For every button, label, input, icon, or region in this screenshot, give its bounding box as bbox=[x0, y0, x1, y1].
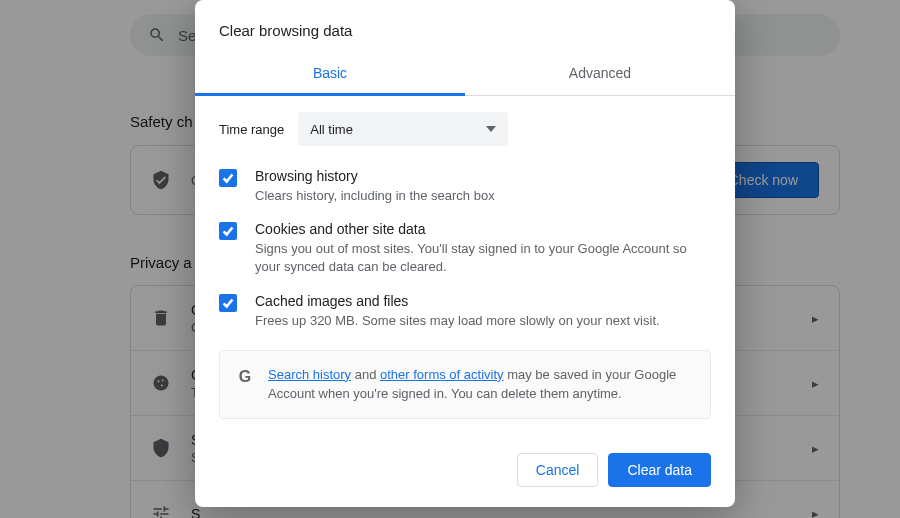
check-icon bbox=[221, 171, 235, 185]
google-account-info: G Search history and other forms of acti… bbox=[219, 350, 711, 419]
option-title: Cookies and other site data bbox=[255, 221, 711, 237]
tab-advanced[interactable]: Advanced bbox=[465, 53, 735, 95]
dialog-title: Clear browsing data bbox=[195, 0, 735, 53]
option-desc: Signs you out of most sites. You'll stay… bbox=[255, 240, 711, 276]
checkbox-cache[interactable] bbox=[219, 294, 237, 312]
option-desc: Clears history, including in the search … bbox=[255, 187, 495, 205]
other-activity-link[interactable]: other forms of activity bbox=[380, 367, 504, 382]
search-history-link[interactable]: Search history bbox=[268, 367, 351, 382]
time-range-select[interactable]: All time bbox=[298, 112, 508, 146]
dialog-tabs: Basic Advanced bbox=[195, 53, 735, 96]
checkbox-browsing-history[interactable] bbox=[219, 169, 237, 187]
option-title: Cached images and files bbox=[255, 293, 660, 309]
google-icon: G bbox=[236, 365, 254, 404]
clear-data-button[interactable]: Clear data bbox=[608, 453, 711, 487]
time-range-value: All time bbox=[310, 122, 353, 137]
chevron-down-icon bbox=[486, 126, 496, 132]
cancel-button[interactable]: Cancel bbox=[517, 453, 599, 487]
check-icon bbox=[221, 224, 235, 238]
check-icon bbox=[221, 296, 235, 310]
option-desc: Frees up 320 MB. Some sites may load mor… bbox=[255, 312, 660, 330]
option-title: Browsing history bbox=[255, 168, 495, 184]
tab-basic[interactable]: Basic bbox=[195, 53, 465, 95]
clear-browsing-data-dialog: Clear browsing data Basic Advanced Time … bbox=[195, 0, 735, 507]
time-range-label: Time range bbox=[219, 122, 284, 137]
checkbox-cookies[interactable] bbox=[219, 222, 237, 240]
